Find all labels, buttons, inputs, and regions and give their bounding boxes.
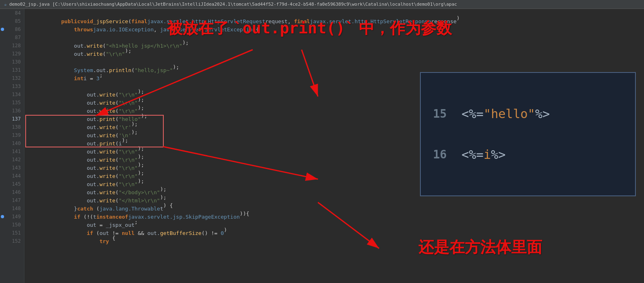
annotation-text-1: 被放在了 `out.print()` 中，作为参数 [167, 18, 452, 39]
panel-code-15: <%="hello"%> [462, 107, 550, 121]
gutter-line-134: 134 [0, 90, 24, 99]
code-line-150: out = _jspx_out; [28, 221, 644, 229]
panel-line-15: 15 <%="hello"%> [433, 94, 623, 134]
gutter-line-128: 128 [0, 42, 24, 50]
gutter-line-84: 84 [0, 9, 24, 17]
code-line-152: try { [28, 237, 644, 245]
gutter-line-138: 138 [0, 123, 24, 131]
code-line-148: } catch (java.lang.Throwable t) { [28, 204, 644, 213]
gutter: 84 85 86 87 128 129 130 131 132 133 134 … [0, 9, 24, 283]
gutter-line-130: 130 [0, 58, 24, 66]
gutter-line-143: 143 [0, 164, 24, 172]
code-content: public void _jspService(final javax.serv… [24, 9, 644, 283]
panel-line-num-15: 15 [433, 107, 449, 121]
panel-code-16: <%=i%> [462, 147, 506, 162]
gutter-line-149: 149 [0, 213, 24, 221]
gutter-line-152: 152 [0, 237, 24, 245]
gutter-line-142: 142 [0, 156, 24, 164]
code-line-130 [28, 58, 644, 66]
code-panel: 15 <%="hello"%> 16 <%=i%> [420, 72, 636, 196]
panel-line-16: 16 <%=i%> [433, 134, 623, 175]
gutter-line-145: 145 [0, 180, 24, 188]
code-line-84 [28, 9, 644, 17]
gutter-line-86: 86 [0, 25, 24, 33]
gutter-line-150: 150 [0, 221, 24, 229]
gutter-line-140: 140 [0, 139, 24, 147]
gutter-line-151: 151 [0, 229, 24, 237]
editor-area: 84 85 86 87 128 129 130 131 132 133 134 … [0, 9, 644, 283]
file-icon: ☕ [4, 2, 7, 7]
gutter-line-147: 147 [0, 196, 24, 204]
gutter-line-132: 132 [0, 74, 24, 82]
title-text: demo02_jsp.java [C:\Users\shixiaochuang\… [9, 2, 457, 7]
gutter-line-135: 135 [0, 99, 24, 107]
gutter-line-85: 85 [0, 17, 24, 25]
gutter-line-136: 136 [0, 107, 24, 115]
panel-line-num-16: 16 [433, 148, 449, 161]
gutter-line-144: 144 [0, 172, 24, 180]
gutter-line-133: 133 [0, 82, 24, 90]
breakpoint-marker-86 [1, 28, 4, 31]
code-line-149: if (!(t instanceof javax.servlet.jsp.Ski… [28, 213, 644, 221]
gutter-line-137: 137 [0, 115, 24, 123]
gutter-line-131: 131 [0, 66, 24, 74]
code-line-147: out.write("</html>\r\n"); [28, 196, 644, 204]
title-bar: ☕ demo02_jsp.java [C:\Users\shixiaochuan… [0, 0, 644, 9]
gutter-line-139: 139 [0, 131, 24, 139]
gutter-line-146: 146 [0, 188, 24, 196]
annotation-text-2: 还是在方法体里面 [418, 237, 542, 258]
gutter-line-87: 87 [0, 33, 24, 42]
breakpoint-marker-149 [1, 215, 4, 218]
gutter-line-148: 148 [0, 204, 24, 213]
code-line-128: out.write("<h1>hello jsp</h1>\r\n"); [28, 42, 644, 50]
code-line-129: out.write("\r\n"); [28, 50, 644, 58]
gutter-line-141: 141 [0, 147, 24, 156]
gutter-line-129: 129 [0, 50, 24, 58]
